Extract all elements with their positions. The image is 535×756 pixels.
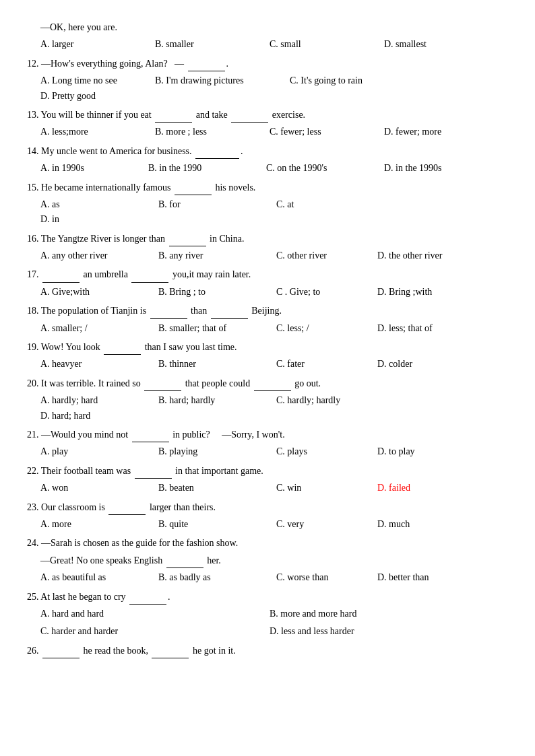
q21-option-d: D. to play	[377, 444, 492, 459]
blank-14	[195, 158, 239, 159]
question-22-options: A. won B. beaten C. win D. failed	[40, 481, 508, 495]
q17-option-c: C . Give; to	[276, 285, 377, 300]
question-intro-options: A. larger B. smaller C. small D. smalles…	[40, 37, 508, 52]
question-26-text: 26. he read the book, he got in it.	[27, 644, 508, 658]
option-d: D. smallest	[384, 37, 499, 52]
q23-option-b: B. quite	[158, 517, 276, 532]
question-intro-text: —OK, here you are.	[40, 20, 508, 35]
blank-12	[188, 71, 225, 71]
question-19-options: A. heavyer B. thinner C. fater D. colder	[40, 357, 508, 372]
question-16-text: 16. The Yangtze River is longer than in …	[27, 232, 508, 246]
q23-option-a: A. more	[40, 517, 158, 532]
question-13-text: 13. You will be thinner if you eat and t…	[27, 108, 508, 123]
question-25-options-row2: C. harder and harder D. less and less ha…	[40, 624, 508, 639]
question-12-text: 12. —How's everything going, Alan? — .	[27, 57, 508, 71]
q13-option-a: A. less;more	[40, 125, 155, 139]
option-b: B. smaller	[155, 37, 270, 52]
blank-13a	[155, 122, 192, 123]
question-12: 12. —How's everything going, Alan? — . A…	[27, 57, 508, 104]
question-15-options: A. as B. for C. at D. in	[40, 197, 508, 228]
question-25: 25. At last he began to cry . A. hard an…	[27, 590, 508, 640]
question-19: 19. Wow! You look than I saw you last ti…	[27, 340, 508, 372]
q17-option-b: B. Bring ; to	[158, 285, 276, 300]
q15-option-d: D. in	[40, 212, 155, 227]
q16-option-c: C. other river	[276, 248, 377, 263]
question-21-options: A. play B. playing C. plays D. to play	[40, 444, 508, 459]
q16-option-d: D. the other river	[377, 248, 492, 263]
question-19-text: 19. Wow! You look than I saw you last ti…	[27, 340, 508, 355]
question-12-options: A. Long time no see B. I'm drawing pictu…	[40, 73, 508, 104]
question-20-options: A. hardly; hard B. hard; hardly C. hardl…	[40, 393, 508, 423]
blank-17a	[42, 282, 80, 283]
option-c: C. small	[270, 37, 384, 52]
blank-21	[132, 442, 169, 442]
question-18: 18. The population of Tianjin is than Be…	[27, 304, 508, 336]
question-24-text2: —Great! No one speaks English her.	[40, 553, 508, 568]
blank-26a	[42, 658, 80, 658]
question-24: 24. —Sarah is chosen as the guide for th…	[27, 536, 508, 585]
q25-option-b: B. more and more hard	[270, 607, 499, 621]
question-15-text: 15. He became internationally famous his…	[27, 180, 508, 195]
q19-option-d: D. colder	[377, 357, 492, 372]
q18-option-a: A. smaller; /	[40, 321, 158, 336]
blank-23	[108, 514, 146, 515]
q17-option-a: A. Give;with	[40, 285, 158, 300]
q12-option-a: A. Long time no see	[40, 73, 155, 88]
q15-option-a: A. as	[40, 197, 158, 212]
option-a: A. larger	[40, 37, 155, 52]
q24-option-d: D. better than	[377, 570, 492, 585]
blank-24	[166, 568, 203, 568]
blank-15	[175, 195, 212, 195]
question-14-options: A. in 1990s B. in the 1990 C. on the 199…	[40, 161, 508, 176]
question-14: 14. My uncle went to America for busines…	[27, 144, 508, 176]
q15-option-c: C. at	[276, 197, 394, 212]
blank-19	[104, 354, 141, 355]
question-13-options: A. less;more B. more ; less C. fewer; le…	[40, 125, 508, 139]
question-16: 16. The Yangtze River is longer than in …	[27, 232, 508, 264]
q25-option-a: A. hard and hard	[40, 607, 270, 621]
q24-option-c: C. worse than	[276, 570, 377, 585]
q22-option-a: A. won	[40, 481, 158, 495]
question-intro: —OK, here you are. A. larger B. smaller …	[27, 20, 508, 53]
question-22: 22. Their football team was in that impo…	[27, 464, 508, 496]
q18-option-d: D. less; that of	[377, 321, 492, 336]
q19-option-b: B. thinner	[158, 357, 276, 372]
question-22-text: 22. Their football team was in that impo…	[27, 464, 508, 479]
q22-option-c: C. win	[276, 481, 377, 495]
q17-option-d: D. Bring ;with	[377, 285, 492, 300]
question-24-options: A. as beautiful as B. as badly as C. wor…	[40, 570, 508, 585]
q12-option-d: D. Pretty good	[40, 89, 155, 104]
q13-option-c: C. fewer; less	[270, 125, 384, 139]
question-20-text: 20. It was terrible. It rained so that p…	[27, 376, 508, 391]
blank-25	[129, 604, 166, 605]
question-14-text: 14. My uncle went to America for busines…	[27, 144, 508, 159]
blank-16	[169, 246, 206, 246]
q16-option-a: A. any other river	[40, 248, 158, 263]
q19-option-c: C. fater	[276, 357, 377, 372]
q13-option-d: D. fewer; more	[384, 125, 499, 139]
question-20: 20. It was terrible. It rained so that p…	[27, 376, 508, 423]
q22-option-d: D. failed	[377, 481, 492, 495]
blank-17b	[131, 282, 168, 283]
blank-20a	[144, 390, 181, 391]
q24-option-b: B. as badly as	[158, 570, 276, 585]
q19-option-a: A. heavyer	[40, 357, 158, 372]
q25-option-c: C. harder and harder	[40, 624, 270, 639]
blank-26b	[152, 658, 189, 658]
q20-option-b: B. hard; hardly	[158, 393, 276, 408]
q25-option-d: D. less and less harder	[270, 624, 499, 639]
question-13: 13. You will be thinner if you eat and t…	[27, 108, 508, 140]
question-23-options: A. more B. quite C. very D. much	[40, 517, 508, 532]
q14-option-a: A. in 1990s	[40, 161, 148, 176]
q22-option-b: B. beaten	[158, 481, 276, 495]
q21-option-b: B. playing	[158, 444, 276, 459]
blank-20b	[254, 390, 291, 391]
question-17-text: 17. an umbrella you,it may rain later.	[27, 267, 508, 282]
question-25-options: A. hard and hard B. more and more hard	[40, 607, 508, 621]
q20-option-a: A. hardly; hard	[40, 393, 158, 408]
blank-18a	[150, 318, 187, 319]
question-23: 23. Our classroom is larger than theirs.…	[27, 500, 508, 532]
q15-option-b: B. for	[158, 197, 276, 212]
q23-option-d: D. much	[377, 517, 492, 532]
q18-option-c: C. less; /	[276, 321, 377, 336]
